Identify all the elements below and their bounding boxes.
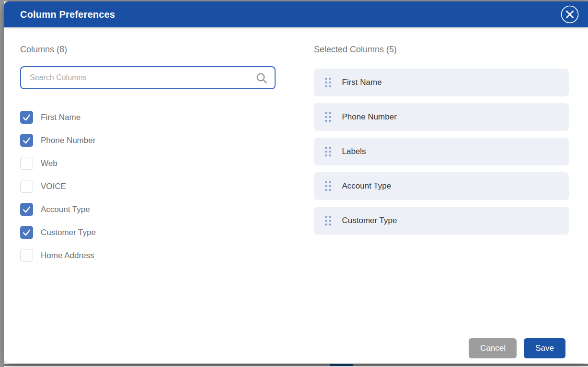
columns-heading: Columns (8) <box>20 45 276 55</box>
drag-dot <box>329 82 331 84</box>
search-box <box>20 66 276 89</box>
drag-dot <box>329 189 331 191</box>
available-columns-panel: Columns (8) First NamePhone NumberWebVOI… <box>20 45 276 272</box>
drag-handle-icon[interactable] <box>323 145 333 159</box>
selected-columns-panel: Selected Columns (5) First NamePhone Num… <box>314 45 569 241</box>
save-button[interactable]: Save <box>524 338 565 358</box>
selected-column-item[interactable]: Phone Number <box>314 103 569 131</box>
dialog-header: Column Preferences <box>4 1 588 27</box>
checkbox-checked-icon[interactable] <box>20 203 33 216</box>
checkbox-checked-icon[interactable] <box>20 226 33 239</box>
drag-handle-icon[interactable] <box>323 76 333 90</box>
cancel-button[interactable]: Cancel <box>469 338 517 358</box>
column-checkbox-row[interactable]: Customer Type <box>20 226 276 239</box>
drag-dot <box>329 220 331 222</box>
selected-columns-heading: Selected Columns (5) <box>314 45 569 55</box>
drag-dot <box>325 154 327 157</box>
drag-dot <box>329 116 331 118</box>
drag-dot <box>329 185 331 188</box>
page-behind-divider-accent <box>330 364 353 366</box>
drag-dot <box>325 116 327 118</box>
column-checkbox-row[interactable]: First Name <box>20 111 276 124</box>
drag-dot <box>325 120 327 122</box>
column-checkbox-row[interactable]: Phone Number <box>20 134 276 147</box>
drag-dot <box>329 151 331 153</box>
checkbox-unchecked-icon[interactable] <box>20 180 33 193</box>
selected-column-item[interactable]: Account Type <box>314 172 569 200</box>
column-checkbox-label: Home Address <box>41 251 94 260</box>
search-input[interactable] <box>21 73 275 82</box>
drag-dot <box>329 181 331 184</box>
column-checkbox-row[interactable]: Web <box>20 157 276 170</box>
drag-dot <box>325 82 327 84</box>
drag-dot <box>325 185 327 188</box>
checkbox-unchecked-icon[interactable] <box>20 249 33 262</box>
column-preferences-dialog: Column Preferences Columns (8) First <box>4 1 588 363</box>
drag-handle-icon[interactable] <box>323 214 333 228</box>
drag-dot <box>325 112 327 115</box>
checkbox-unchecked-icon[interactable] <box>20 157 33 170</box>
drag-dot <box>325 78 327 80</box>
dialog-title: Column Preferences <box>4 9 115 20</box>
column-checkbox-label: Customer Type <box>41 228 96 237</box>
drag-dot <box>325 216 327 218</box>
selected-column-label: Labels <box>342 147 366 156</box>
column-checkbox-label: First Name <box>41 113 81 122</box>
drag-dot <box>325 220 327 222</box>
selected-column-item[interactable]: Labels <box>314 138 569 166</box>
selected-column-label: Customer Type <box>342 216 397 225</box>
drag-dot <box>329 147 331 149</box>
columns-checkbox-list: First NamePhone NumberWebVOICEAccount Ty… <box>20 111 276 262</box>
selected-column-item[interactable]: Customer Type <box>314 207 569 235</box>
drag-dot <box>325 147 327 149</box>
drag-dot <box>329 78 331 80</box>
drag-dot <box>329 216 331 218</box>
drag-dot <box>325 189 327 191</box>
dialog-footer: Cancel Save <box>469 338 565 358</box>
drag-handle-icon[interactable] <box>323 110 333 124</box>
drag-dot <box>325 181 327 184</box>
checkbox-checked-icon[interactable] <box>20 111 33 124</box>
drag-dot <box>329 112 331 115</box>
drag-dot <box>325 85 327 88</box>
selected-column-item[interactable]: First Name <box>314 69 569 96</box>
page-behind-divider <box>0 364 588 366</box>
column-checkbox-row[interactable]: Account Type <box>20 203 276 216</box>
column-checkbox-label: Phone Number <box>41 136 95 145</box>
column-checkbox-label: Web <box>41 159 58 168</box>
drag-dot <box>329 224 331 226</box>
close-button[interactable] <box>560 5 579 24</box>
checkbox-checked-icon[interactable] <box>20 134 33 147</box>
modal-overlay <box>0 0 4 367</box>
column-checkbox-row[interactable]: Home Address <box>20 249 276 262</box>
selected-column-label: Phone Number <box>342 112 397 122</box>
search-icon <box>255 72 268 84</box>
drag-dot <box>325 151 327 153</box>
column-checkbox-label: VOICE <box>41 182 66 191</box>
drag-handle-icon[interactable] <box>323 179 333 193</box>
drag-dot <box>329 85 331 88</box>
column-checkbox-label: Account Type <box>41 205 90 214</box>
drag-dot <box>325 224 327 226</box>
close-icon <box>560 5 579 24</box>
column-checkbox-row[interactable]: VOICE <box>20 180 276 193</box>
selected-column-label: Account Type <box>342 181 392 191</box>
drag-dot <box>329 154 331 157</box>
drag-dot <box>329 120 331 122</box>
selected-column-label: First Name <box>342 78 382 87</box>
selected-columns-list: First NamePhone NumberLabelsAccount Type… <box>314 69 569 235</box>
